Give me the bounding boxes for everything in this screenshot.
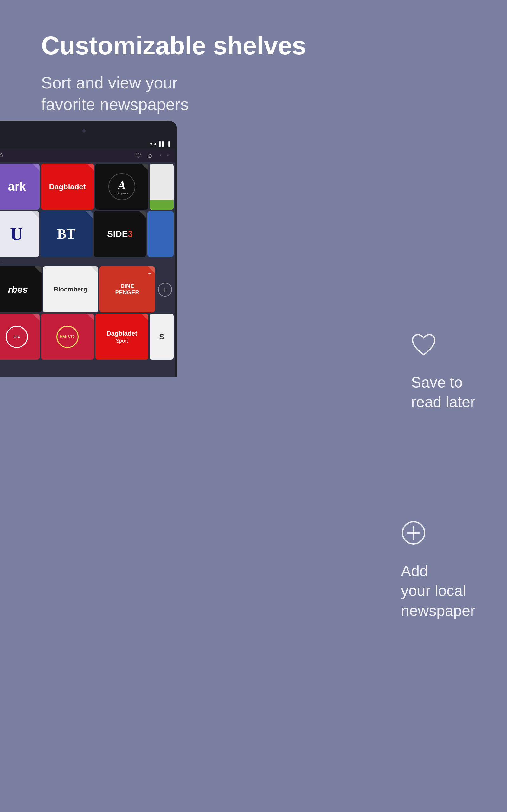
liverpool-tile[interactable]: LFC	[0, 314, 40, 360]
dagbladet-sport-label-container: DagbladetSport	[107, 330, 137, 344]
dagbladet-tile[interactable]: Dagbladet	[41, 164, 94, 210]
newspaper-row-3: rbes Bloomberg + DINEPENGER	[0, 266, 174, 312]
tablet-screen-area: ▼▲ ▌▌ ▐ % ♡ ⌕ • •	[0, 139, 175, 377]
add-feature: Add your local newspaper	[401, 520, 475, 621]
bt-tile[interactable]: BT	[40, 211, 93, 257]
dinepenger-label: DINEPENGER	[115, 283, 139, 296]
favorite-icon[interactable]: ♡	[135, 151, 142, 159]
dinepenger-plus: +	[148, 270, 152, 278]
save-feature: Save to read later	[411, 333, 475, 412]
newspaper-grid: ark Dagbladet A Aftenposten	[0, 162, 175, 361]
dagbladet-sport-label: DagbladetSport	[107, 330, 137, 344]
tablet-camera	[82, 130, 86, 133]
liverpool-text: LFC	[14, 335, 20, 339]
bergens-label: U	[10, 224, 23, 244]
ack-united-area	[66, 716, 147, 792]
dots-icon: •	[160, 153, 161, 158]
aftenposten-tile[interactable]: A Aftenposten	[95, 164, 149, 210]
ark-label: ark	[8, 180, 26, 194]
tablet-top-bezel	[0, 123, 175, 139]
blue-partial-tile	[147, 211, 174, 257]
sport-partial-label: S	[159, 333, 164, 341]
row-counter-label: 7)	[0, 259, 1, 264]
battery-icon: ▐	[167, 142, 170, 146]
save-icon-container	[411, 333, 436, 358]
forbes-tile[interactable]: rbes	[0, 266, 42, 312]
bt-label: BT	[57, 226, 76, 242]
forbes-label: rbes	[8, 284, 28, 295]
liverpool-badge: LFC	[6, 326, 28, 348]
dinepenger-tile[interactable]: + DINEPENGER	[100, 266, 155, 312]
search-icon[interactable]: ⌕	[148, 151, 152, 159]
row3-counter: 7)	[0, 258, 174, 265]
newspaper-row-4: LFC MAN UTD	[0, 314, 174, 360]
dagbladet-sport-tile[interactable]: DagbladetSport	[95, 314, 149, 360]
ark-tile[interactable]: ark	[0, 164, 40, 210]
add-feature-text: Add your local newspaper	[401, 561, 475, 621]
status-bar: ▼▲ ▌▌ ▐	[0, 139, 175, 148]
dagbladet-label: Dagbladet	[49, 183, 86, 191]
add-circle-icon[interactable]: +	[158, 283, 172, 297]
partial-green	[150, 200, 174, 210]
manutd-badge: MAN UTD	[56, 326, 78, 348]
header-section: Customizable shelves Sort and view your …	[41, 32, 466, 115]
bergens-tile[interactable]: U	[0, 211, 39, 257]
add-icon-container	[401, 520, 426, 547]
add-circle-icon-svg	[401, 520, 426, 546]
save-feature-text: Save to read later	[411, 373, 475, 412]
heart-icon	[411, 333, 436, 357]
manutd-text: MAN UTD	[60, 335, 75, 339]
page-title: Customizable shelves	[41, 32, 466, 60]
wifi-icon: ▼▲	[149, 142, 158, 146]
pct-label: %	[0, 153, 3, 158]
signal-icon: ▌▌	[159, 142, 165, 146]
newspaper-row-1: ark Dagbladet A Aftenposten	[0, 164, 174, 210]
manutd-tile[interactable]: MAN UTD	[41, 314, 94, 360]
add-newspaper-tile[interactable]: +	[156, 266, 174, 312]
bloomberg-tile[interactable]: Bloomberg	[43, 266, 98, 312]
page-subtitle: Sort and view your favorite newspapers	[41, 72, 466, 115]
sport-partial-tile: S	[150, 314, 174, 360]
dinepenger-label-container: DINEPENGER	[115, 283, 139, 296]
add-icon: +	[163, 286, 167, 294]
tablet-device: ▼▲ ▌▌ ▐ % ♡ ⌕ • •	[0, 120, 177, 377]
aftenposten-subtitle: Aftenposten	[116, 192, 128, 195]
app-toolbar: % ♡ ⌕ • •	[0, 148, 175, 162]
aftenposten-a: A	[118, 179, 126, 192]
partial-tile-1	[150, 164, 174, 210]
aftenposten-logo: A Aftenposten	[108, 173, 135, 200]
side3-tile[interactable]: SIDE3	[94, 211, 146, 257]
bloomberg-label: Bloomberg	[54, 286, 88, 293]
newspaper-row-2: U BT SIDE3	[0, 211, 174, 257]
side3-label: SIDE3	[107, 229, 133, 239]
dots-icon-2: •	[167, 153, 169, 158]
